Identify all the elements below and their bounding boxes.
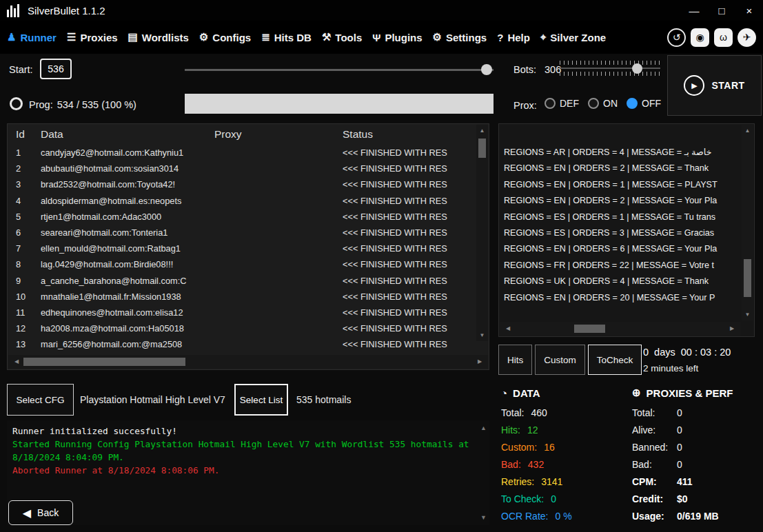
table-row[interactable]: 11 edhequinones@hotmail.com:elisa12 <<< … bbox=[8, 305, 475, 320]
stat-value: 0 bbox=[677, 459, 682, 470]
capture-line[interactable]: REGIONS = EN | ORDERS = 20 | MESSAGE = Y… bbox=[500, 290, 740, 306]
table-row[interactable]: 12 ha2008.mza@hotmail.com:Ha05018 <<< FI… bbox=[8, 320, 475, 336]
nav-item-label: Configs bbox=[212, 32, 251, 43]
radio-dot-icon bbox=[588, 98, 599, 109]
table-horizontal-scrollbar[interactable]: ◀ ▶ bbox=[8, 355, 488, 369]
select-list-button[interactable]: Select List bbox=[234, 384, 288, 416]
nav-item-silver-zone[interactable]: ⌖ Silver Zone bbox=[540, 31, 606, 43]
tab-custom[interactable]: Custom bbox=[535, 345, 585, 375]
table-row[interactable]: 1 candyjay62@hotmail.com:Kathyniu1 <<< F… bbox=[8, 145, 475, 161]
capture-line[interactable]: REGIONS = ES | ORDERS = 1 | MESSAGE = Tu… bbox=[500, 209, 740, 225]
prox-off-radio[interactable]: OFF bbox=[627, 98, 661, 109]
table-row[interactable]: 6 seareari@hotmail.com:Tonteria1 <<< FIN… bbox=[8, 225, 475, 241]
stat-value: 0 bbox=[677, 407, 682, 418]
prox-on-radio[interactable]: ON bbox=[588, 98, 618, 109]
capture-line[interactable]: REGIONS = ES | ORDERS = 3 | MESSAGE = Gr… bbox=[500, 225, 740, 241]
stat-value: $0 bbox=[677, 493, 688, 504]
nav-item-label: Hits DB bbox=[274, 32, 312, 43]
progress-ring-icon bbox=[10, 97, 23, 110]
minimize-button[interactable]: — bbox=[680, 0, 708, 21]
maximize-button[interactable]: □ bbox=[708, 0, 735, 21]
capture-line[interactable]: REGIONS = EN | ORDERS = 2 | MESSAGE = Yo… bbox=[500, 193, 740, 209]
capture-horizontal-scrollbar[interactable]: ◀ ▶ bbox=[500, 322, 740, 336]
nav-item-tools[interactable]: ⚒ Tools bbox=[322, 31, 362, 43]
table-row[interactable]: 4 aldospiderman@hotmail.es:neopets <<< F… bbox=[8, 193, 475, 209]
cell-data: edhequinones@hotmail.com:elisa12 bbox=[41, 307, 214, 318]
start-input[interactable] bbox=[40, 59, 72, 79]
cell-id: 2 bbox=[8, 163, 41, 174]
nav-item-help[interactable]: ? Help bbox=[497, 32, 530, 43]
scrollbar-thumb[interactable] bbox=[23, 358, 185, 366]
scroll-up-icon[interactable]: ▲ bbox=[480, 424, 487, 431]
start-button[interactable]: ▶ START bbox=[667, 55, 762, 116]
table-row[interactable]: 10 mnathalie1@hotmail.fr:Mission1938 <<<… bbox=[8, 289, 475, 305]
scroll-up-icon[interactable]: ▲ bbox=[742, 127, 753, 134]
stat-value: 3141 bbox=[541, 476, 562, 487]
table-row[interactable]: 2 abubauti@hotmail.com:sosian3014 <<< FI… bbox=[8, 161, 475, 176]
stat-row: Usage: 0/619 MB bbox=[632, 507, 760, 524]
scroll-right-icon[interactable]: ▶ bbox=[474, 355, 485, 369]
table-row[interactable]: 3 brad2532@hotmail.com:Toyota42! <<< FIN… bbox=[8, 176, 475, 192]
cell-status: <<< FINISHED WITH RES bbox=[343, 243, 475, 254]
table-vertical-scrollbar[interactable]: ▲ ▼ bbox=[476, 125, 488, 341]
history-icon[interactable]: ↺ bbox=[667, 28, 686, 47]
nav-item-label: Wordlists bbox=[142, 32, 189, 43]
close-button[interactable]: × bbox=[735, 0, 763, 21]
table-row[interactable]: 8 lag.0429@hotmail.com:Birdie08!!! <<< F… bbox=[8, 256, 475, 272]
capture-line[interactable]: REGIONS = EN | ORDERS = 2 | MESSAGE = Th… bbox=[500, 161, 740, 176]
cell-status: <<< FINISHED WITH RES bbox=[343, 147, 475, 158]
column-header-data: Data bbox=[41, 128, 214, 141]
tab-hits[interactable]: Hits bbox=[498, 345, 532, 375]
camera-icon[interactable]: ◉ bbox=[691, 28, 709, 47]
capture-vertical-scrollbar[interactable]: ▲ ▼ bbox=[742, 125, 753, 320]
nav-item-plugins[interactable]: Ψ Plugins bbox=[372, 32, 422, 43]
prox-def-radio[interactable]: DEF bbox=[545, 98, 579, 109]
cell-data: a_canche_barahona@hotmail.com:C bbox=[41, 276, 214, 286]
stat-label: Banned: bbox=[632, 442, 670, 453]
scroll-right-icon[interactable]: ▶ bbox=[726, 322, 737, 336]
table-row[interactable]: 9 a_canche_barahona@hotmail.com:C <<< FI… bbox=[8, 273, 475, 289]
bots-slider[interactable] bbox=[560, 61, 660, 77]
table-row[interactable]: 13 mari_6256@hotmail.com:@ma2508 <<< FIN… bbox=[8, 336, 475, 352]
capture-line[interactable]: REGIONS = AR | ORDERS = 4 | MESSAGE = خا… bbox=[500, 145, 740, 161]
cell-id: 4 bbox=[8, 196, 41, 206]
scroll-up-icon[interactable]: ▲ bbox=[476, 127, 488, 134]
stat-row: Credit: $0 bbox=[632, 490, 760, 507]
stat-value: 12 bbox=[527, 424, 538, 436]
select-cfg-button[interactable]: Select CFG bbox=[7, 384, 74, 416]
cell-id: 8 bbox=[8, 259, 41, 269]
chat-icon[interactable]: ω bbox=[714, 28, 733, 47]
scrollbar-thumb[interactable] bbox=[744, 259, 751, 297]
scroll-left-icon[interactable]: ◀ bbox=[502, 322, 513, 336]
slider-handle[interactable] bbox=[481, 64, 492, 75]
data-stats-header: ◔ DATA bbox=[501, 386, 627, 400]
table-row[interactable]: 5 rtjen1@hotmail.com:Adac3000 <<< FINISH… bbox=[8, 209, 475, 225]
back-button[interactable]: ◀ Back bbox=[8, 500, 73, 525]
nav-item-hits-db[interactable]: ≣ Hits DB bbox=[261, 31, 312, 43]
stat-label: Usage: bbox=[632, 511, 670, 522]
scroll-down-icon[interactable]: ▼ bbox=[480, 514, 487, 521]
scroll-down-icon[interactable]: ▼ bbox=[742, 311, 753, 318]
telegram-icon[interactable]: ✈ bbox=[737, 28, 756, 47]
position-slider[interactable] bbox=[185, 63, 494, 76]
nav-item-configs[interactable]: ⚙ Configs bbox=[199, 31, 251, 43]
time-remaining: 2 minutes left bbox=[643, 363, 698, 374]
scrollbar-thumb[interactable] bbox=[574, 325, 605, 333]
radio-label: ON bbox=[603, 98, 618, 109]
nav-item-settings[interactable]: ⚙ Settings bbox=[433, 31, 487, 43]
capture-line[interactable]: REGIONS = EN | ORDERS = 1 | MESSAGE = PL… bbox=[500, 177, 740, 193]
slider-ticks-top bbox=[560, 61, 660, 65]
nav-item-wordlists[interactable]: ▤ Wordlists bbox=[128, 31, 189, 43]
scroll-left-icon[interactable]: ◀ bbox=[11, 355, 22, 369]
capture-line[interactable]: REGIONS = EN | ORDERS = 6 | MESSAGE = Yo… bbox=[500, 241, 740, 257]
table-row[interactable]: 7 ellen_mould@hotmail.com:Ratbag1 <<< FI… bbox=[8, 241, 475, 256]
stat-label: Bad: bbox=[501, 459, 521, 470]
scroll-down-icon[interactable]: ▼ bbox=[476, 332, 488, 338]
nav-item-proxies[interactable]: ☰ Proxies bbox=[67, 31, 118, 43]
capture-line[interactable]: REGIONS = FR | ORDERS = 22 | MESSAGE = V… bbox=[500, 258, 740, 274]
stat-row: OCR Rate: 0 % bbox=[501, 507, 627, 524]
scrollbar-thumb[interactable] bbox=[478, 139, 486, 158]
capture-line[interactable]: REGIONS = UK | ORDERS = 4 | MESSAGE = Th… bbox=[500, 274, 740, 289]
tab-tocheck[interactable]: ToCheck bbox=[588, 345, 642, 375]
nav-item-runner[interactable]: ♟ Runner bbox=[7, 31, 57, 43]
